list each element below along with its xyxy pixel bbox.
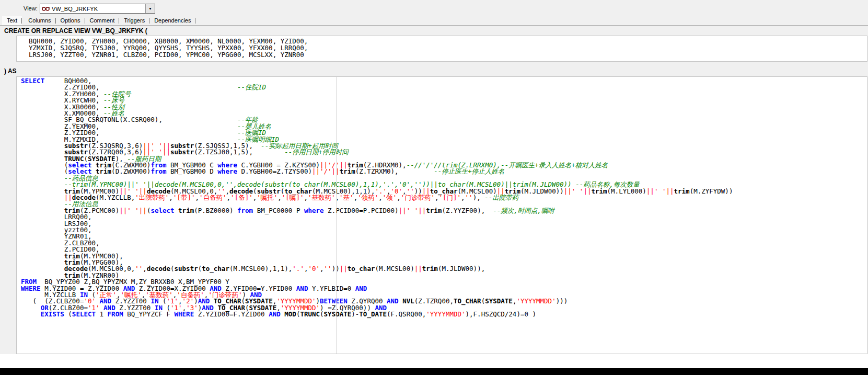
sql-code-line: Z.ZYID00, --住院ID [21, 84, 867, 90]
tab-text[interactable]: Text [2, 16, 22, 25]
sql-code-line: Z.CLBZ00, [21, 240, 867, 246]
sql-code-line: (select trim(D.ZWXM00)from BM_YGBM00 D w… [21, 168, 867, 175]
view-object-icon [42, 6, 50, 12]
toolbar: View: VW_BQ_JRKFYK ▼ [0, 0, 868, 16]
sql-code-line: EXISTS (SELECT 1 FROM BQ_YPYZCF F WHERE … [21, 311, 867, 317]
tab-comment[interactable]: Comment [85, 16, 120, 25]
sql-code: SELECT BQH000, Z.ZYID00, --住院ID X.ZYH000… [21, 78, 867, 317]
sql-code-line: X.ZYH000, --住院号 [21, 91, 867, 97]
view-combobox-value: VW_BQ_JRKFYK [50, 6, 145, 12]
tab-dependencies[interactable]: Dependencies [149, 16, 195, 25]
view-combobox[interactable]: VW_BQ_JRKFYK ▼ [40, 4, 155, 14]
tab-bar: TextColumnsOptionsCommentTriggersDepende… [0, 16, 868, 26]
sql-editor[interactable]: SELECT BQH000, Z.ZYID00, --住院ID X.ZYH000… [16, 76, 867, 354]
sql-code-line: decode(M.MCSL00,0,'',decode(substr(to_ch… [21, 266, 867, 272]
view-combobox-dropdown-button[interactable]: ▼ [145, 4, 155, 13]
create-view-header: CREATE OR REPLACE VIEW VW_BQ_JRKFYK ( [4, 27, 147, 35]
tab-columns[interactable]: Columns [24, 16, 55, 25]
column-list-line: LRSJ00, YZZT00, YZNR01, CLBZ00, PCID00, … [21, 51, 867, 58]
panel-gap [0, 354, 868, 368]
sql-code-line: ||decode(M.YZCLLB,'出院带药','[带]','自备药','[备… [21, 195, 867, 201]
sql-code-line: LRRQ00, [21, 214, 867, 220]
as-header: ) AS [4, 67, 17, 75]
tab-triggers[interactable]: Triggers [119, 16, 149, 25]
chevron-down-icon: ▼ [148, 7, 152, 10]
view-label: View: [24, 5, 38, 12]
sql-code-line: Z.PCID00, [21, 246, 867, 253]
sql-code-line: trim(M.YPMC00), [21, 253, 867, 259]
sql-code-line: X.XB0000, --性别 [21, 104, 867, 110]
sql-code-line: yzzt00, [21, 227, 867, 233]
bottom-bar [0, 368, 868, 375]
sql-code-line: LRSJ00, [21, 221, 867, 227]
sql-code-line: trim(Z.PCMC00)||' '||(select trim(P.BZ00… [21, 208, 867, 214]
tab-options[interactable]: Options [56, 16, 85, 25]
columns-editor[interactable]: BQH000, ZYID00, ZYH000, CH0000, XB0000, … [16, 36, 867, 62]
right-margin-line [337, 77, 337, 354]
sql-code-line: YZNR01, [21, 233, 867, 240]
view-editor-window: View: VW_BQ_JRKFYK ▼ TextColumnsOptionsC… [0, 0, 868, 375]
sql-code-line: X.RYCWH0, --床号 [21, 97, 867, 104]
